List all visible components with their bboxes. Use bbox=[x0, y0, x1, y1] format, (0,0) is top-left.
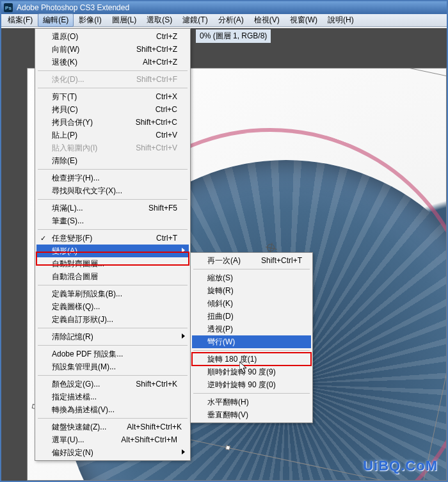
menu-item[interactable]: 轉換為描述檔(V)... bbox=[36, 403, 189, 416]
menubar-item[interactable]: 濾鏡(T) bbox=[177, 13, 212, 27]
menu-item[interactable]: 剪下(T)Ctrl+X bbox=[36, 90, 189, 103]
menu-item-label: 拷貝合併(Y) bbox=[52, 117, 115, 128]
menu-separator bbox=[38, 345, 188, 346]
menu-item[interactable]: 定義筆刷預設集(B)... bbox=[36, 287, 189, 300]
menubar-item[interactable]: 檢視(V) bbox=[249, 13, 285, 27]
submenu-arrow-icon bbox=[182, 248, 185, 253]
menu-item-label: 縮放(S) bbox=[207, 273, 300, 284]
menu-item-shortcut: Alt+Shift+Ctrl+M bbox=[121, 435, 177, 444]
app-title: Adobe Photoshop CS3 Extended bbox=[17, 3, 129, 12]
menu-item[interactable]: 向前(W)Shift+Ctrl+Z bbox=[36, 43, 189, 56]
menu-separator bbox=[38, 229, 188, 230]
menu-item[interactable]: 自動對齊圖層... bbox=[36, 257, 189, 270]
menu-item-shortcut: Ctrl+Z bbox=[156, 32, 177, 41]
menu-item[interactable]: 定義自訂形狀(J)... bbox=[36, 313, 189, 326]
menu-item[interactable]: 貼上(P)Ctrl+V bbox=[36, 129, 189, 141]
menu-item[interactable]: 退後(K)Alt+Ctrl+Z bbox=[36, 56, 189, 68]
menubar-item[interactable]: 說明(H) bbox=[323, 13, 359, 27]
menu-item[interactable]: 清除(E) bbox=[36, 154, 189, 167]
menu-separator bbox=[38, 285, 188, 285]
menu-item[interactable]: 彎行(W) bbox=[192, 335, 311, 348]
menu-separator bbox=[38, 88, 188, 88]
menu-item-shortcut: Shift+Ctrl+T bbox=[261, 256, 302, 265]
menu-item-label: 垂直翻轉(V) bbox=[207, 410, 300, 421]
menu-item-label: 逆時針旋轉 90 度(0) bbox=[207, 380, 300, 390]
menu-item[interactable]: 定義圖樣(Q)... bbox=[36, 300, 189, 313]
menu-item-label: 定義圖樣(Q)... bbox=[52, 301, 177, 312]
menu-item[interactable]: 還原(O)Ctrl+Z bbox=[36, 30, 189, 43]
menu-item[interactable]: 拷貝(C)Ctrl+C bbox=[36, 103, 189, 116]
menu-item[interactable]: 縮放(S) bbox=[192, 271, 311, 284]
submenu-arrow-icon bbox=[182, 449, 185, 454]
menu-item-label: 拷貝(C) bbox=[52, 104, 135, 115]
menubar-item[interactable]: 選取(S) bbox=[141, 13, 177, 27]
menu-item-label: 選單(U)... bbox=[52, 435, 100, 446]
menu-item[interactable]: Adobe PDF 預設集... bbox=[36, 348, 189, 360]
menu-item-label: 淡化(D)... bbox=[52, 74, 116, 85]
menu-item[interactable]: 清除記憶(R) bbox=[36, 330, 189, 343]
menu-item[interactable]: 鍵盤快速鍵(Z)...Alt+Shift+Ctrl+K bbox=[36, 421, 189, 433]
menu-item[interactable]: 水平翻轉(H) bbox=[192, 396, 311, 408]
menu-item-label: 尋找與取代文字(X)... bbox=[52, 186, 177, 197]
menu-item-shortcut: Shift+F5 bbox=[148, 204, 177, 213]
menu-item[interactable]: 旋轉(R) bbox=[192, 284, 311, 297]
menu-item-label: 自動對齊圖層... bbox=[52, 259, 177, 269]
menu-item-label: Adobe PDF 預設集... bbox=[52, 349, 177, 360]
menu-item-label: 還原(O) bbox=[52, 31, 136, 42]
menu-separator bbox=[38, 418, 188, 419]
menu-item-shortcut: Shift+Ctrl+K bbox=[136, 380, 177, 389]
menu-item[interactable]: 筆畫(S)... bbox=[36, 214, 189, 227]
menu-separator bbox=[38, 199, 188, 200]
menu-item[interactable]: 再一次(A)Shift+Ctrl+T bbox=[192, 254, 311, 267]
document-title: 0% (圖層 1, RGB/8) bbox=[196, 29, 271, 43]
menu-item[interactable]: 指定描述檔... bbox=[36, 390, 189, 403]
menu-item[interactable]: 變形(A) bbox=[36, 245, 189, 257]
menu-item-shortcut: Alt+Ctrl+Z bbox=[143, 58, 177, 67]
menu-item-shortcut: Ctrl+X bbox=[156, 92, 177, 101]
menubar-item[interactable]: 圖層(L) bbox=[107, 13, 142, 27]
menu-item[interactable]: 拷貝合併(Y)Shift+Ctrl+C bbox=[36, 116, 189, 129]
menu-item-shortcut: Shift+Ctrl+V bbox=[136, 143, 177, 152]
transform-submenu-dropdown: 再一次(A)Shift+Ctrl+T縮放(S)旋轉(R)傾斜(K)扭曲(D)透視… bbox=[190, 252, 313, 423]
menu-item[interactable]: ✓任意變形(F)Ctrl+T bbox=[36, 232, 189, 245]
menu-item-label: 檢查拼字(H)... bbox=[52, 173, 177, 184]
menu-item[interactable]: 垂直翻轉(V) bbox=[192, 408, 311, 421]
menu-item[interactable]: 偏好設定(N) bbox=[36, 446, 189, 459]
menu-item-label: 扭曲(D) bbox=[207, 311, 300, 322]
menu-item-label: 偏好設定(N) bbox=[52, 447, 177, 458]
menu-item[interactable]: 選單(U)...Alt+Shift+Ctrl+M bbox=[36, 433, 189, 446]
menu-separator bbox=[193, 393, 310, 394]
menubar-item[interactable]: 編輯(E) bbox=[38, 13, 74, 27]
menu-item[interactable]: 傾斜(K) bbox=[192, 297, 311, 310]
photoshop-icon: Ps bbox=[4, 3, 13, 12]
check-icon: ✓ bbox=[40, 234, 46, 243]
menu-item: 淡化(D)...Shift+Ctrl+F bbox=[36, 73, 189, 86]
menu-item[interactable]: 填滿(L)...Shift+F5 bbox=[36, 202, 189, 214]
titlebar: Ps Adobe Photoshop CS3 Extended bbox=[1, 1, 447, 14]
menu-item[interactable]: 顏色設定(G)...Shift+Ctrl+K bbox=[36, 378, 189, 390]
menu-item-label: 向前(W) bbox=[52, 44, 116, 55]
menu-item-label: 貼上(P) bbox=[52, 130, 135, 141]
menu-item-label: 填滿(L)... bbox=[52, 203, 128, 214]
menubar-item[interactable]: 影像(I) bbox=[74, 13, 106, 27]
menu-item[interactable]: 預設集管理員(M)... bbox=[36, 360, 189, 373]
menu-item-label: 水平翻轉(H) bbox=[207, 397, 300, 408]
menu-item: 貼入範圍內(I)Shift+Ctrl+V bbox=[36, 141, 189, 154]
menu-item-shortcut: Alt+Shift+Ctrl+K bbox=[127, 422, 182, 431]
menu-item-label: 任意變形(F) bbox=[52, 233, 136, 244]
menu-item[interactable]: 自動混合圖層 bbox=[36, 270, 189, 283]
menu-item-label: 自動混合圖層 bbox=[52, 271, 177, 282]
menu-item-label: 再一次(A) bbox=[207, 255, 241, 266]
menu-item-label: 筆畫(S)... bbox=[52, 216, 177, 227]
menu-item[interactable]: 旋轉 180 度(1) bbox=[192, 353, 311, 366]
menu-item-label: 傾斜(K) bbox=[207, 298, 300, 309]
menubar-item[interactable]: 視窗(W) bbox=[285, 13, 323, 27]
menu-item[interactable]: 順時針旋轉 90 度(9) bbox=[192, 366, 311, 378]
menu-item[interactable]: 扭曲(D) bbox=[192, 310, 311, 323]
menubar-item[interactable]: 檔案(F) bbox=[3, 13, 38, 27]
menubar-item[interactable]: 分析(A) bbox=[213, 13, 249, 27]
menu-item[interactable]: 檢查拼字(H)... bbox=[36, 172, 189, 184]
menu-item[interactable]: 逆時針旋轉 90 度(0) bbox=[192, 378, 311, 391]
menu-item[interactable]: 透視(P) bbox=[192, 323, 311, 335]
menu-item[interactable]: 尋找與取代文字(X)... bbox=[36, 184, 189, 197]
